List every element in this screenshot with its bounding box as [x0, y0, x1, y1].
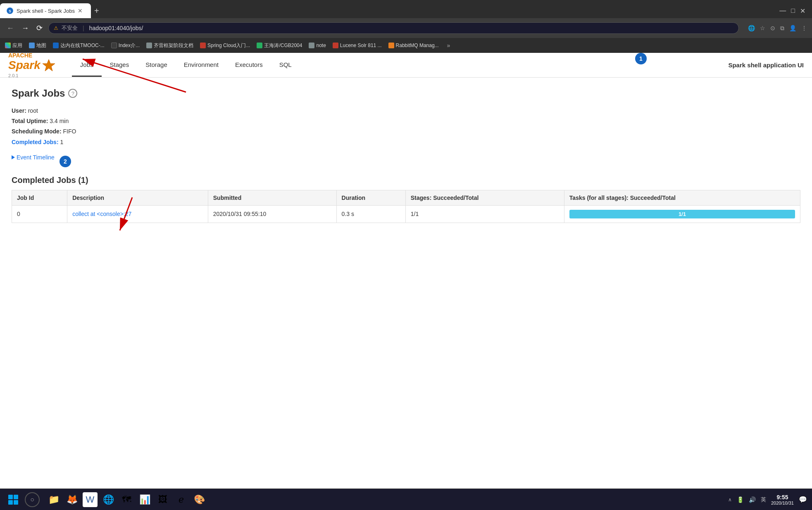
taskbar-apps: 📁 🦊 W 🌐 🗺 📊 🖼 ℯ 🎨 — [46, 492, 207, 507]
uptime-label: Total Uptime: — [12, 118, 48, 124]
bookmark-apps[interactable]: 应用 — [5, 42, 22, 49]
tab-title: Spark shell - Spark Jobs — [17, 8, 75, 14]
forward-button[interactable]: → — [20, 22, 31, 34]
spark-app: APACHE Spark 2.0.1 Jobs Stages Storage E… — [0, 53, 812, 233]
triangle-icon — [12, 155, 15, 159]
tab-stages[interactable]: Stages — [102, 54, 138, 77]
bookmark-wang[interactable]: 王海涛/CGB2004 — [257, 42, 302, 49]
tb-chrome[interactable]: 🌐 — [101, 492, 116, 507]
bookmark-label: 齐雷框架阶段文档 — [154, 42, 193, 49]
tb-file-explorer[interactable]: 📁 — [46, 492, 61, 507]
cell-tasks: 1/1 — [564, 205, 800, 223]
close-button[interactable]: ✕ — [800, 7, 805, 15]
new-tab-button[interactable]: + — [94, 6, 99, 16]
refresh-button[interactable]: ⟳ — [35, 22, 44, 34]
col-stages: Stages: Succeeded/Total — [405, 190, 564, 205]
bookmark-springcloud[interactable]: Spring Cloud入门... — [200, 42, 250, 49]
minimize-button[interactable]: — — [779, 7, 786, 14]
tab-storage[interactable]: Storage — [137, 54, 176, 77]
bookmark-qilei[interactable]: 齐雷框架阶段文档 — [146, 42, 193, 49]
extensions-icon[interactable]: ⧉ — [780, 25, 784, 32]
tray-up-arrow[interactable]: ∧ — [728, 497, 732, 503]
table-body: 0 collect at <console>:27 2020/10/31 09:… — [12, 205, 800, 223]
event-timeline: Event Timeline — [12, 154, 55, 161]
user-label: User: — [12, 107, 26, 114]
info-section: User: root Total Uptime: 3.4 min Schedul… — [12, 106, 800, 147]
battery-icon: 🔋 — [737, 496, 744, 503]
volume-icon[interactable]: 🔊 — [749, 496, 756, 503]
map-icon — [29, 43, 35, 48]
bookmark-label: Spring Cloud入门... — [207, 42, 250, 49]
tb-firefox[interactable]: 🦊 — [64, 492, 79, 507]
bookmarks-more[interactable]: » — [447, 42, 450, 49]
completed-jobs-link[interactable]: Completed Jobs: — [12, 139, 60, 145]
profile-icon[interactable]: ⊙ — [770, 25, 775, 31]
completed-row: Completed Jobs: 1 — [12, 137, 800, 147]
bookmark-label: 应用 — [12, 42, 22, 49]
main-content: 1 Spark Jobs ? User: root Total Uptime: … — [0, 78, 812, 233]
time-value: 9:55 — [771, 494, 794, 501]
toolbar-icons: 🌐 ☆ ⊙ ⧉ 👤 ⋮ — [748, 25, 807, 32]
maximize-button[interactable]: □ — [791, 7, 795, 14]
back-button[interactable]: ← — [5, 22, 16, 34]
tb-maps[interactable]: 🗺 — [119, 492, 134, 507]
bookmark-label: 达内在线TMOOC-... — [60, 42, 105, 49]
completed-jobs-title: Completed Jobs (1) — [12, 176, 800, 185]
app-title: Spark shell application UI — [728, 62, 804, 69]
annotation-2: 2 — [60, 156, 71, 167]
main-nav-tabs: Jobs Stages Storage Environment Executor… — [72, 54, 300, 77]
bookmark-star-icon[interactable]: ☆ — [760, 25, 765, 31]
tab-executors[interactable]: Executors — [227, 54, 271, 77]
address-bar: ← → ⟳ ⚠ 不安全 | hadoop01:4040/jobs/ 🌐 ☆ ⊙ … — [0, 18, 812, 38]
tb-photos[interactable]: 🖼 — [155, 492, 170, 507]
completed-label: Completed Jobs: — [12, 139, 59, 145]
language-indicator[interactable]: 英 — [761, 496, 766, 503]
time-display[interactable]: 9:55 2020/10/31 — [771, 494, 794, 505]
tb-ie[interactable]: ℯ — [174, 492, 188, 507]
tab-sql[interactable]: SQL — [271, 54, 300, 77]
event-timeline-toggle[interactable]: Event Timeline — [12, 154, 55, 161]
spark-navbar: APACHE Spark 2.0.1 Jobs Stages Storage E… — [0, 53, 812, 78]
tb-spreadsheet[interactable]: 📊 — [137, 492, 152, 507]
svg-text:S: S — [9, 9, 11, 13]
search-icon: ○ — [30, 496, 34, 503]
windows-logo — [8, 495, 18, 505]
bookmark-index[interactable]: Index介... — [111, 42, 140, 49]
tab-close-button[interactable]: ✕ — [76, 7, 84, 15]
bookmark-lucene[interactable]: Lucene Solr 811 ... — [333, 43, 382, 48]
address-input[interactable]: ⚠ 不安全 | hadoop01:4040/jobs/ — [48, 22, 739, 34]
menu-icon[interactable]: ⋮ — [801, 25, 807, 31]
tb-paint[interactable]: 🎨 — [192, 492, 207, 507]
tab-environment[interactable]: Environment — [176, 54, 227, 77]
help-badge[interactable]: ? — [68, 89, 77, 98]
apache-label: APACHE — [8, 52, 55, 59]
bookmark-note[interactable]: note — [309, 43, 326, 48]
start-button[interactable] — [5, 491, 21, 508]
uptime-row: Total Uptime: 3.4 min — [12, 116, 800, 126]
bookmark-tmooc[interactable]: 达内在线TMOOC-... — [53, 42, 105, 49]
completed-jobs-section: Completed Jobs (1) Job Id Description Su… — [12, 176, 800, 223]
account-icon[interactable]: 👤 — [789, 25, 796, 31]
tasks-progress-bar: 1/1 — [569, 210, 795, 218]
user-value: root — [28, 107, 38, 114]
note-icon — [309, 43, 314, 48]
job-description-link[interactable]: collect at <console>:27 — [72, 211, 131, 217]
bookmark-label: RabbitMQ Manag... — [396, 43, 439, 48]
bookmark-rabbitmq[interactable]: RabbitMQ Manag... — [388, 43, 439, 48]
tmooc-icon — [53, 43, 59, 48]
tab-favicon: S — [7, 7, 13, 14]
tb-word[interactable]: W — [83, 492, 98, 507]
col-duration: Duration — [336, 190, 405, 205]
col-description: Description — [67, 190, 208, 205]
tab-jobs[interactable]: Jobs — [72, 54, 102, 77]
bookmark-map[interactable]: 地图 — [29, 42, 46, 49]
active-tab[interactable]: S Spark shell - Spark Jobs ✕ — [0, 3, 91, 18]
scheduling-row: Scheduling Mode: FIFO — [12, 126, 800, 137]
translate-icon[interactable]: 🌐 — [748, 25, 755, 31]
bookmark-label: note — [316, 43, 326, 48]
search-button[interactable]: ○ — [25, 492, 40, 507]
col-jobid: Job Id — [12, 190, 67, 205]
page-title-section: Spark Jobs ? — [12, 88, 800, 99]
qilei-icon — [146, 43, 152, 48]
notification-icon[interactable]: 💬 — [799, 496, 807, 503]
